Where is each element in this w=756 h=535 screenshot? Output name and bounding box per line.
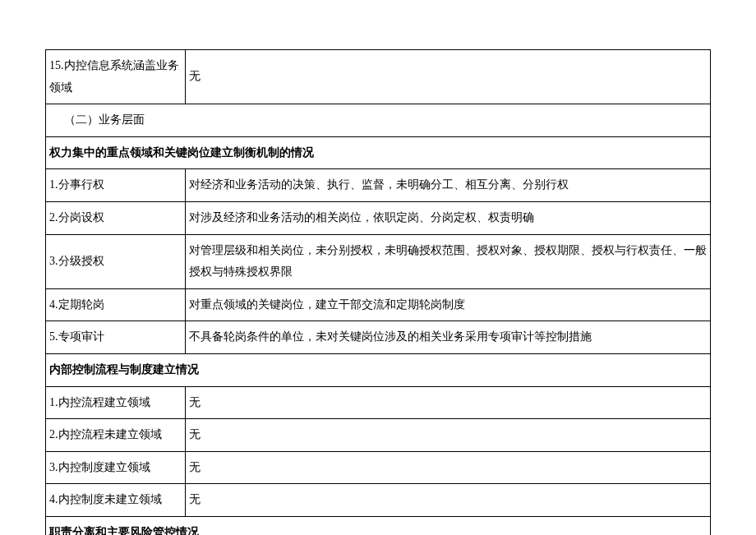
row-value: 不具备轮岗条件的单位，未对关键岗位涉及的相关业务采用专项审计等控制措施 xyxy=(186,321,711,354)
table-row: 3.分级授权 对管理层级和相关岗位，未分别授权，未明确授权范围、授权对象、授权期… xyxy=(46,234,711,288)
table-row: 15.内控信息系统涵盖业务领域 无 xyxy=(46,50,711,104)
row-label: 2.内控流程未建立领域 xyxy=(46,419,186,452)
table-row: 2.分岗设权 对涉及经济和业务活动的相关岗位，依职定岗、分岗定权、权责明确 xyxy=(46,201,711,234)
row-value: 对经济和业务活动的决策、执行、监督，未明确分工、相互分离、分别行权 xyxy=(186,169,711,202)
row-label: 3.分级授权 xyxy=(46,234,186,288)
row-label: 4.内控制度未建立领域 xyxy=(46,484,186,517)
row-value: 无 xyxy=(186,386,711,419)
section-header: 职责分离和主要风险管控情况 xyxy=(46,516,711,535)
table-row: 1.分事行权 对经济和业务活动的决策、执行、监督，未明确分工、相互分离、分别行权 xyxy=(46,169,711,202)
row-value: 对涉及经济和业务活动的相关岗位，依职定岗、分岗定权、权责明确 xyxy=(186,201,711,234)
row-value: 无 xyxy=(186,50,711,104)
table-row: 5.专项审计 不具备轮岗条件的单位，未对关键岗位涉及的相关业务采用专项审计等控制… xyxy=(46,321,711,354)
row-value: 无 xyxy=(186,484,711,517)
row-value: 对管理层级和相关岗位，未分别授权，未明确授权范围、授权对象、授权期限、授权与行权… xyxy=(186,234,711,288)
row-value: 无 xyxy=(186,451,711,484)
row-value: 无 xyxy=(186,419,711,452)
row-label: 1.内控流程建立领域 xyxy=(46,386,186,419)
table-row: 2.内控流程未建立领域 无 xyxy=(46,419,711,452)
section-title-row: （二）业务层面 xyxy=(46,104,711,137)
section-header-row: 职责分离和主要风险管控情况 xyxy=(46,516,711,535)
section-header-row: 权力集中的重点领域和关键岗位建立制衡机制的情况 xyxy=(46,136,711,169)
section-title: （二）业务层面 xyxy=(46,104,711,137)
table-row: 3.内控制度建立领域 无 xyxy=(46,451,711,484)
row-label: 2.分岗设权 xyxy=(46,201,186,234)
row-label: 4.定期轮岗 xyxy=(46,288,186,321)
row-value: 对重点领域的关键岗位，建立干部交流和定期轮岗制度 xyxy=(186,288,711,321)
table-row: 4.定期轮岗 对重点领域的关键岗位，建立干部交流和定期轮岗制度 xyxy=(46,288,711,321)
row-label: 3.内控制度建立领域 xyxy=(46,451,186,484)
row-label: 15.内控信息系统涵盖业务领域 xyxy=(46,50,186,104)
row-label: 1.分事行权 xyxy=(46,169,186,202)
section-header-row: 内部控制流程与制度建立情况 xyxy=(46,353,711,386)
table-row: 1.内控流程建立领域 无 xyxy=(46,386,711,419)
table-row: 4.内控制度未建立领域 无 xyxy=(46,484,711,517)
section-header: 权力集中的重点领域和关键岗位建立制衡机制的情况 xyxy=(46,136,711,169)
document-table: 15.内控信息系统涵盖业务领域 无 （二）业务层面 权力集中的重点领域和关键岗位… xyxy=(45,49,711,535)
row-label: 5.专项审计 xyxy=(46,321,186,354)
section-header: 内部控制流程与制度建立情况 xyxy=(46,353,711,386)
